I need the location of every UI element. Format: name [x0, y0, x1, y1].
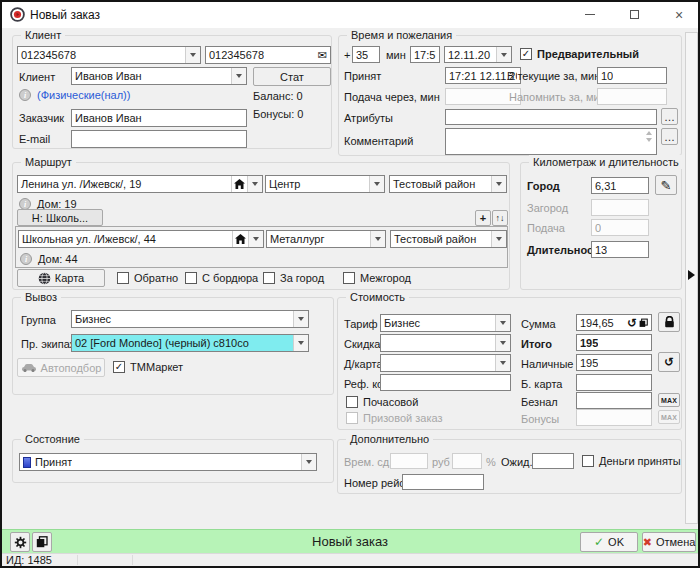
- cancel-button[interactable]: Отмена: [642, 532, 696, 552]
- group-client: Клиент 012345678 012345678 Клиент Иванов…: [12, 35, 332, 149]
- chevron-down-icon[interactable]: [293, 335, 308, 351]
- add-stop-button[interactable]: +: [475, 210, 491, 226]
- curb-checkbox[interactable]: С бордюра: [185, 272, 258, 284]
- refcode-field[interactable]: [380, 374, 511, 391]
- offset-minutes-field[interactable]: 35: [352, 46, 380, 63]
- tmmarket-checkbox[interactable]: ✓ТММаркет: [113, 361, 183, 373]
- city-km-field[interactable]: 6,31: [591, 177, 649, 194]
- crew-combo[interactable]: 02 [Ford Mondeo] (черный) с810со: [71, 334, 309, 352]
- state-doc-icon: [23, 457, 31, 468]
- out-of-town-checkbox[interactable]: За город: [263, 272, 324, 284]
- close-button[interactable]: [656, 2, 700, 27]
- to-house-row: Дом: 44: [20, 253, 78, 265]
- bank-card-field[interactable]: [576, 374, 652, 391]
- group-state-title: Состояние: [21, 432, 84, 446]
- tariff-label: Тариф: [344, 318, 378, 330]
- chevron-down-icon[interactable]: [248, 231, 263, 247]
- customer-field[interactable]: Иванов Иван: [71, 109, 247, 127]
- chevron-down-icon[interactable]: [491, 176, 506, 192]
- attributes-more-button[interactable]: …: [661, 108, 678, 125]
- chevron-down-icon[interactable]: [495, 335, 510, 351]
- destination-tab[interactable]: Н: Школь...: [17, 209, 103, 226]
- total-label: Итого: [521, 338, 552, 350]
- chevron-down-icon[interactable]: [495, 315, 510, 331]
- to-district-combo[interactable]: Металлург: [266, 230, 386, 248]
- client-name-combo[interactable]: Иванов Иван: [71, 67, 247, 85]
- chevron-down-icon[interactable]: [369, 176, 384, 192]
- back-checkbox[interactable]: Обратно: [117, 272, 178, 284]
- chevron-down-icon[interactable]: [495, 355, 510, 371]
- phone-alt-field[interactable]: 012345678: [205, 46, 331, 64]
- tariff-combo[interactable]: Бизнес: [380, 314, 511, 332]
- ok-button[interactable]: OK: [580, 532, 638, 552]
- cashless-max-button[interactable]: MAX: [658, 393, 680, 407]
- sum-field[interactable]: 194,65: [576, 314, 652, 331]
- from-district-combo[interactable]: Центр: [265, 175, 385, 193]
- edit-distance-button[interactable]: [655, 175, 677, 195]
- side-panel-splitter[interactable]: [685, 32, 698, 524]
- comment-field[interactable]: [445, 128, 657, 155]
- discount-combo[interactable]: [380, 334, 511, 352]
- expand-panel-icon[interactable]: [688, 270, 695, 280]
- title-bar: Новый заказ: [2, 2, 698, 28]
- client-category-link[interactable]: (Физические(нал)): [37, 89, 130, 101]
- reset-cash-button[interactable]: [658, 352, 680, 372]
- lock-sum-button[interactable]: [658, 312, 680, 332]
- house-icon[interactable]: [232, 231, 248, 247]
- group-time: Время и пожелания + 35 мин 17:57 12.11.2…: [338, 35, 682, 156]
- maximize-button[interactable]: [612, 2, 656, 27]
- total-field[interactable]: 195: [576, 334, 652, 351]
- comment-more-button[interactable]: …: [661, 128, 678, 145]
- chevron-down-icon[interactable]: [185, 47, 200, 63]
- to-current-field[interactable]: 10: [597, 67, 667, 84]
- wait-field[interactable]: [532, 453, 574, 469]
- chevron-down-icon[interactable]: [496, 47, 511, 62]
- feed-after-label: Подача через, мин: [344, 91, 440, 103]
- to-house-text: Дом: 44: [38, 253, 78, 265]
- copy-sum-icon[interactable]: [639, 318, 648, 328]
- attributes-label: Атрибуты: [344, 112, 393, 124]
- to-address-combo[interactable]: Школьная ул. /Ижевск/, 44: [18, 230, 264, 248]
- cashless-field[interactable]: [576, 392, 652, 409]
- state-combo[interactable]: Принят: [19, 453, 317, 471]
- crew-group-combo[interactable]: Бизнес: [71, 310, 309, 328]
- money-accepted-checkbox[interactable]: Деньги приняты: [582, 455, 681, 467]
- chevron-down-icon[interactable]: [301, 454, 316, 470]
- checkbox-box[interactable]: ✓: [520, 48, 532, 60]
- bonuses-label: Бонусы: [521, 413, 559, 425]
- chevron-down-icon[interactable]: [247, 176, 262, 192]
- prize-order-checkbox: Призовой заказ: [346, 412, 443, 424]
- house-icon[interactable]: [231, 176, 247, 192]
- chevron-down-icon[interactable]: [491, 231, 506, 247]
- to-zone-combo[interactable]: Тестовый район: [390, 230, 507, 248]
- dcard-combo[interactable]: [380, 354, 511, 372]
- hourly-checkbox[interactable]: Почасовой: [346, 396, 418, 408]
- new-order-window: Новый заказ Клиент 012345678 012345678 К…: [0, 0, 700, 568]
- order-id-text: ИД: 1485: [6, 554, 52, 566]
- customer-label: Заказчик: [19, 112, 64, 124]
- swap-stops-button[interactable]: ↑↓: [492, 210, 508, 226]
- status-separator: [77, 555, 78, 565]
- stat-button[interactable]: Стат: [253, 67, 331, 86]
- time-field[interactable]: 17:57: [410, 46, 440, 63]
- email-field[interactable]: [71, 130, 247, 148]
- chevron-down-icon[interactable]: [293, 311, 308, 327]
- minimize-button[interactable]: [568, 2, 612, 27]
- map-button[interactable]: Карта: [17, 269, 105, 287]
- maximize-icon: [630, 10, 639, 19]
- comment-scroll[interactable]: [646, 131, 653, 142]
- duration-field[interactable]: 13: [591, 241, 649, 258]
- chevron-down-icon[interactable]: [370, 231, 385, 247]
- envelope-icon[interactable]: [318, 50, 327, 61]
- date-combo[interactable]: 12.11.20: [444, 46, 512, 63]
- recalc-icon[interactable]: [627, 317, 637, 329]
- flight-field[interactable]: [402, 474, 484, 490]
- cash-field[interactable]: 195: [576, 354, 652, 371]
- chevron-down-icon[interactable]: [231, 68, 246, 84]
- from-address-combo[interactable]: Ленина ул. /Ижевск/, 19: [17, 175, 263, 193]
- intercity-checkbox[interactable]: Межгород: [343, 272, 411, 284]
- phone-combo[interactable]: 012345678: [17, 46, 201, 64]
- from-zone-combo[interactable]: Тестовый район: [389, 175, 507, 193]
- preliminary-checkbox[interactable]: ✓ Предварительный: [520, 48, 639, 60]
- attributes-field[interactable]: [445, 109, 657, 125]
